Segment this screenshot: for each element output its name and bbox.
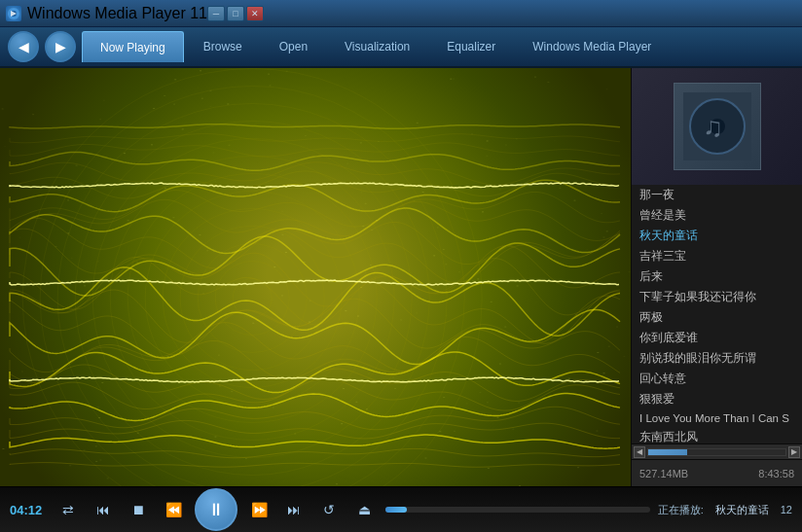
stop-button[interactable]: ⏹	[125, 496, 152, 523]
title-bar: Windows Media Player 11 ─ □ ✕	[0, 0, 802, 27]
current-time: 04:12	[10, 503, 47, 517]
playlist-item[interactable]: 东南西北风	[632, 427, 802, 443]
scrollbar-track[interactable]	[647, 448, 786, 456]
visualization-area	[0, 68, 631, 486]
svg-text:♫: ♫	[703, 112, 723, 142]
playlist-item[interactable]: 两极	[632, 307, 802, 328]
playlist-item[interactable]: 你到底爱谁	[632, 328, 802, 348]
playlist-item[interactable]: 回心转意	[632, 369, 802, 389]
main-content: ♫ 那一夜曾经是美秋天的童话吉祥三宝后来下辈子如果我还记得你两极你到底爱谁别说我…	[0, 68, 802, 486]
nav-tabs: Now PlayingBrowseOpenVisualizationEquali…	[82, 31, 669, 62]
total-size: 527.14MB	[639, 468, 688, 479]
controls-bar: 04:12 ⇄ ⏮ ⏹ ⏪ ⏸ ⏩ ⏭ ↺ ⏏ 正在播放: 秋天的童话 12	[0, 486, 802, 532]
sidebar-footer: 527.14MB 8:43:58	[632, 459, 802, 486]
viz-canvas	[0, 68, 631, 486]
nav-tab-browse[interactable]: Browse	[186, 31, 260, 62]
playlist-horizontal-scrollbar[interactable]: ◀ ▶	[632, 443, 802, 459]
rewind-button[interactable]: ⏪	[160, 496, 187, 523]
minimize-button[interactable]: ─	[207, 6, 225, 21]
scroll-left-button[interactable]: ◀	[634, 446, 645, 458]
playlist[interactable]: 那一夜曾经是美秋天的童话吉祥三宝后来下辈子如果我还记得你两极你到底爱谁别说我的眼…	[632, 185, 802, 443]
nav-tab-windows-media-player[interactable]: Windows Media Player	[515, 31, 669, 62]
maximize-button[interactable]: □	[227, 6, 244, 21]
playlist-item[interactable]: 狠狠爱	[632, 389, 802, 409]
track-status-label: 正在播放:	[658, 503, 704, 517]
nav-bar: ◀ ▶ Now PlayingBrowseOpenVisualizationEq…	[0, 27, 802, 68]
playlist-item[interactable]: 后来	[632, 266, 802, 287]
playlist-item[interactable]: 吉祥三宝	[632, 246, 802, 266]
playlist-item[interactable]: 下辈子如果我还记得你	[632, 287, 802, 307]
progress-fill	[385, 507, 407, 513]
app-icon	[6, 6, 21, 21]
next-track-button[interactable]: ⏭	[280, 496, 308, 523]
nav-tab-open[interactable]: Open	[262, 31, 325, 62]
progress-bar[interactable]	[385, 507, 650, 513]
repeat-button[interactable]: ↺	[315, 496, 343, 523]
playlist-item[interactable]: 秋天的童话	[632, 226, 802, 246]
fast-forward-button[interactable]: ⏩	[245, 496, 273, 523]
scroll-right-button[interactable]: ▶	[788, 446, 800, 458]
sidebar: ♫ 那一夜曾经是美秋天的童话吉祥三宝后来下辈子如果我还记得你两极你到底爱谁别说我…	[631, 68, 802, 486]
playlist-item[interactable]: 那一夜	[632, 185, 802, 205]
nav-tab-visualization[interactable]: Visualization	[327, 31, 427, 62]
album-art-image: ♫	[674, 83, 761, 170]
track-title: 秋天的童话	[715, 503, 769, 517]
play-pause-button[interactable]: ⏸	[195, 488, 237, 531]
forward-button[interactable]: ▶	[45, 31, 76, 62]
shuffle-button[interactable]: ⇄	[55, 496, 82, 523]
playlist-item[interactable]: 别说我的眼泪你无所谓	[632, 348, 802, 369]
total-duration: 8:43:58	[758, 468, 794, 479]
back-button[interactable]: ◀	[8, 31, 39, 62]
scrollbar-thumb[interactable]	[648, 449, 687, 455]
nav-tab-now-playing[interactable]: Now Playing	[82, 31, 184, 62]
eject-button[interactable]: ⏏	[350, 496, 378, 523]
track-number: 12	[781, 504, 792, 515]
close-button[interactable]: ✕	[246, 6, 264, 21]
nav-tab-equalizer[interactable]: Equalizer	[429, 31, 513, 62]
album-art: ♫	[632, 68, 802, 185]
playlist-item[interactable]: I Love You More Than I Can S	[632, 409, 802, 427]
title-controls: ─ □ ✕	[207, 6, 264, 21]
playlist-item[interactable]: 曾经是美	[632, 205, 802, 226]
prev-track-button[interactable]: ⏮	[90, 496, 117, 523]
playback-info: 正在播放: 秋天的童话 12	[658, 503, 792, 517]
window-title: Windows Media Player 11	[27, 5, 207, 22]
